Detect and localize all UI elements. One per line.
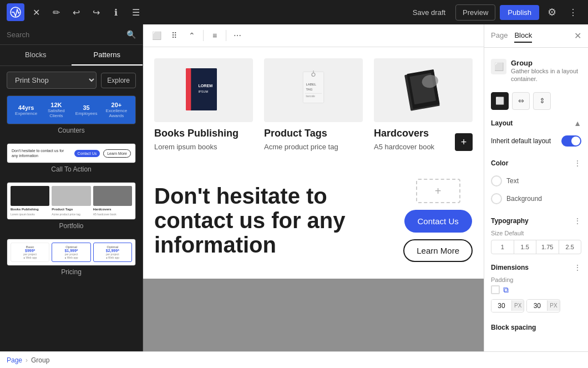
layout-section: Layout ▲ Inherit default layout bbox=[491, 119, 581, 150]
breadcrumb-page[interactable]: Page bbox=[7, 356, 22, 364]
block-transform-button[interactable]: ⬜ bbox=[149, 28, 164, 43]
svg-text:barcode: barcode bbox=[306, 95, 316, 98]
typography-options-icon[interactable]: ⋮ bbox=[574, 216, 581, 225]
counter-item-3: 35 Employees bbox=[73, 104, 100, 116]
layout-section-header: Layout ▲ bbox=[491, 119, 581, 128]
dimensions-options-icon[interactable]: ⋮ bbox=[574, 263, 581, 272]
pattern-counters[interactable]: 44yrs Experience 12K Satisfied Clients 3… bbox=[7, 95, 136, 134]
bg-color-label: Background bbox=[506, 195, 542, 203]
typography-section-header: Typography ⋮ bbox=[491, 216, 581, 225]
save-draft-button[interactable]: Save draft bbox=[407, 5, 451, 20]
block-spacing-section: Block spacing bbox=[491, 321, 581, 334]
product-image-hardcovers bbox=[374, 58, 473, 122]
counter-item-2: 12K Satisfied Clients bbox=[43, 102, 69, 118]
typo-scale-2-5[interactable]: 2.5 bbox=[559, 240, 581, 254]
close-editor-button[interactable]: ✕ bbox=[28, 4, 44, 21]
add-block-button[interactable]: + bbox=[455, 133, 473, 151]
info-button[interactable]: ℹ bbox=[108, 4, 124, 21]
search-input[interactable] bbox=[7, 31, 122, 39]
more-block-options-button[interactable]: ⋯ bbox=[230, 28, 245, 43]
layout-collapse-icon[interactable]: ▲ bbox=[574, 119, 581, 128]
breadcrumb-group: Group bbox=[31, 356, 49, 364]
list-view-button[interactable]: ☰ bbox=[128, 4, 144, 21]
tab-block[interactable]: Block bbox=[514, 29, 532, 43]
color-section: Color ⋮ Text Background bbox=[491, 159, 581, 208]
padding-link-button[interactable]: ⧉ bbox=[503, 285, 509, 295]
product-desc-tags: Acme product price tag bbox=[264, 143, 363, 151]
search-bar: 🔍 bbox=[0, 24, 143, 45]
learn-more-button[interactable]: Learn More bbox=[403, 239, 473, 262]
cta-add-button[interactable]: + bbox=[416, 179, 460, 203]
pattern-portfolio[interactable]: Books Publishing Lorem ipsum books Produ… bbox=[7, 182, 136, 230]
wp-logo[interactable] bbox=[7, 3, 24, 21]
tab-patterns[interactable]: Patterns bbox=[72, 45, 143, 65]
breadcrumb-separator: › bbox=[26, 356, 28, 364]
tab-blocks[interactable]: Blocks bbox=[0, 45, 72, 65]
group-style-buttons: ⬜ ⇔ ⇕ bbox=[491, 92, 581, 110]
drag-button[interactable]: ⠿ bbox=[166, 28, 182, 43]
preview-button[interactable]: Preview bbox=[455, 4, 495, 21]
undo-button[interactable]: ↩ bbox=[68, 4, 84, 21]
group-text: Group Gather blocks in a layout containe… bbox=[511, 59, 581, 83]
pattern-cta[interactable]: Don't hesitate to contact us for any inf… bbox=[7, 143, 136, 173]
explore-button[interactable]: Explore bbox=[101, 73, 136, 88]
counters-label: Counters bbox=[7, 127, 136, 134]
typo-scale-1[interactable]: 1 bbox=[491, 240, 514, 254]
publish-button[interactable]: Publish bbox=[500, 5, 539, 20]
toggle-knob bbox=[571, 137, 580, 145]
typo-scale-1-5[interactable]: 1.5 bbox=[514, 240, 537, 254]
right-sidebar-content: ⬜ Group Gather blocks in a layout contai… bbox=[484, 48, 588, 351]
layout-section-title: Layout bbox=[491, 119, 513, 127]
svg-text:LABEL: LABEL bbox=[306, 83, 317, 86]
redo-button[interactable]: ↪ bbox=[88, 4, 104, 21]
svg-text:LOREM: LOREM bbox=[198, 83, 212, 88]
typo-scale-1-75[interactable]: 1.75 bbox=[536, 240, 559, 254]
text-color-swatch[interactable] bbox=[491, 175, 502, 186]
product-title-books: Books Publishing bbox=[154, 128, 253, 139]
block-spacing-title: Block spacing bbox=[491, 321, 536, 334]
bg-color-swatch[interactable] bbox=[491, 193, 502, 204]
group-info: ⬜ Group Gather blocks in a layout contai… bbox=[491, 54, 581, 88]
portfolio-preview-inner: Books Publishing Lorem ipsum books Produ… bbox=[7, 183, 135, 219]
color-options-icon[interactable]: ⋮ bbox=[574, 159, 581, 168]
group-style-row-button[interactable]: ⇔ bbox=[512, 92, 530, 110]
padding-top-input-group: PX bbox=[491, 299, 524, 312]
hardcover-image-svg bbox=[398, 65, 448, 115]
dimensions-section-header: Dimensions ⋮ bbox=[491, 263, 581, 272]
tab-page[interactable]: Page bbox=[491, 29, 508, 43]
pricing-label: Pricing bbox=[7, 268, 136, 276]
padding-icon bbox=[491, 285, 500, 294]
product-title-tags: Product Tags bbox=[264, 128, 363, 139]
group-style-box-button[interactable]: ⬜ bbox=[491, 92, 509, 110]
products-container: LOREM IPSUM Books Publishing Lorem ipsum… bbox=[143, 47, 484, 162]
padding-top-input[interactable] bbox=[491, 300, 511, 312]
typography-section: Typography ⋮ Size Default 1 1.5 1.75 2.5 bbox=[491, 216, 581, 254]
cta-section: Don't hesitate to contact us for any inf… bbox=[143, 162, 484, 279]
book-image-svg: LOREM IPSUM bbox=[181, 65, 226, 115]
left-sidebar: 🔍 Blocks Patterns Print Shop Explore 44y… bbox=[0, 24, 143, 351]
pattern-category-select[interactable]: Print Shop bbox=[7, 72, 97, 89]
inherit-layout-toggle[interactable] bbox=[561, 135, 581, 147]
color-bg-row: Background bbox=[491, 190, 581, 208]
group-desc: Gather blocks in a layout container. bbox=[511, 67, 581, 83]
close-sidebar-button[interactable]: ✕ bbox=[574, 31, 581, 41]
svg-rect-2 bbox=[186, 68, 191, 110]
breadcrumb-bar: Page › Group bbox=[0, 351, 588, 368]
pattern-pricing[interactable]: Basic $999* per project ● Web app Optima… bbox=[7, 239, 136, 276]
product-image-tags: LABEL TAG barcode bbox=[264, 58, 363, 122]
right-sidebar-tabs: Page Block bbox=[491, 29, 532, 43]
group-section: ⬜ Group Gather blocks in a layout contai… bbox=[491, 54, 581, 110]
padding-bottom-input[interactable] bbox=[527, 300, 547, 312]
contact-us-button[interactable]: Contact Us bbox=[404, 210, 472, 233]
move-button[interactable]: ⌃ bbox=[184, 28, 200, 43]
right-sidebar: Page Block ✕ ⬜ Group Gather blocks in a … bbox=[484, 24, 588, 351]
group-style-stack-button[interactable]: ⇕ bbox=[533, 92, 551, 110]
counter-item-1: 44yrs Experience bbox=[13, 104, 39, 116]
more-options-button[interactable]: ⋮ bbox=[565, 4, 581, 21]
edit-button[interactable]: ✏ bbox=[48, 4, 64, 21]
settings-button[interactable]: ⚙ bbox=[544, 4, 560, 21]
top-bar: ✕ ✏ ↩ ↪ ℹ ☰ Save draft Preview Publish ⚙… bbox=[0, 0, 588, 24]
top-bar-right: Save draft Preview Publish ⚙ ⋮ bbox=[407, 4, 581, 21]
cta-preview-inner: Don't hesitate to contact us for any inf… bbox=[7, 144, 135, 163]
align-button[interactable]: ≡ bbox=[207, 28, 222, 43]
